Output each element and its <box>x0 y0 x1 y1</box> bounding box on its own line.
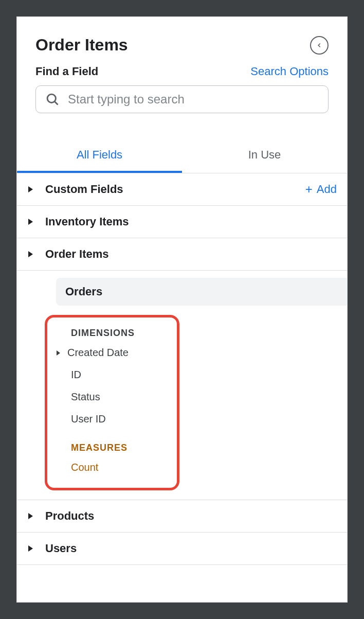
svg-point-0 <box>47 94 56 102</box>
caret-right-icon <box>57 350 60 356</box>
search-section: Find a Field Search Options <box>17 65 347 126</box>
group-custom-fields[interactable]: Custom Fields + Add <box>17 173 347 206</box>
dimensions-heading: DIMENSIONS <box>47 325 177 342</box>
group-orders-expanded: Orders DIMENSIONS Created Date ID Status… <box>17 271 347 500</box>
group-inventory-items[interactable]: Inventory Items <box>17 206 347 238</box>
group-order-items[interactable]: Order Items <box>17 238 347 271</box>
field-created-date[interactable]: Created Date <box>47 342 177 364</box>
chevron-left-icon <box>316 42 323 49</box>
field-status[interactable]: Status <box>47 386 177 408</box>
search-box[interactable] <box>35 85 329 113</box>
field-label: Created Date <box>67 347 129 359</box>
field-label: ID <box>71 369 81 381</box>
caret-right-icon <box>28 545 33 552</box>
tabs-row: All Fields In Use <box>17 139 347 173</box>
tab-in-use[interactable]: In Use <box>182 139 347 173</box>
field-label: Count <box>71 462 98 473</box>
field-id[interactable]: ID <box>47 364 177 386</box>
tab-all-fields[interactable]: All Fields <box>17 139 182 173</box>
svg-line-1 <box>54 101 58 104</box>
caret-right-icon <box>28 186 33 192</box>
search-labels-row: Find a Field Search Options <box>35 65 329 78</box>
field-picker-panel: Order Items Find a Field Search Options … <box>16 16 348 603</box>
measures-heading: MEASURES <box>47 439 177 456</box>
group-label: Inventory Items <box>45 215 337 228</box>
caret-right-icon <box>28 513 33 519</box>
field-label: Status <box>71 391 100 403</box>
caret-right-icon <box>28 219 33 225</box>
search-options-link[interactable]: Search Options <box>250 65 329 78</box>
group-orders-header[interactable]: Orders <box>17 278 347 306</box>
field-user-id[interactable]: User ID <box>47 408 177 430</box>
search-input[interactable] <box>68 92 319 107</box>
panel-title: Order Items <box>35 36 128 55</box>
group-label: Orders <box>56 278 347 306</box>
caret-right-icon <box>28 251 33 257</box>
group-label: Users <box>45 542 337 555</box>
highlight-annotation: DIMENSIONS Created Date ID Status User I… <box>45 315 179 490</box>
group-label: Custom Fields <box>45 183 305 196</box>
field-label: User ID <box>71 413 106 425</box>
group-label: Products <box>45 509 337 523</box>
search-icon <box>45 92 60 107</box>
plus-icon: + <box>305 183 313 196</box>
add-label: Add <box>317 183 337 196</box>
find-field-label: Find a Field <box>35 65 98 78</box>
add-custom-field-button[interactable]: + Add <box>305 183 337 196</box>
panel-header: Order Items <box>17 17 347 65</box>
field-count[interactable]: Count <box>47 456 177 479</box>
group-products[interactable]: Products <box>17 500 347 533</box>
field-list: Custom Fields + Add Inventory Items Orde… <box>17 173 347 602</box>
group-label: Order Items <box>45 247 337 261</box>
group-users[interactable]: Users <box>17 533 347 565</box>
collapse-button[interactable] <box>310 36 329 55</box>
